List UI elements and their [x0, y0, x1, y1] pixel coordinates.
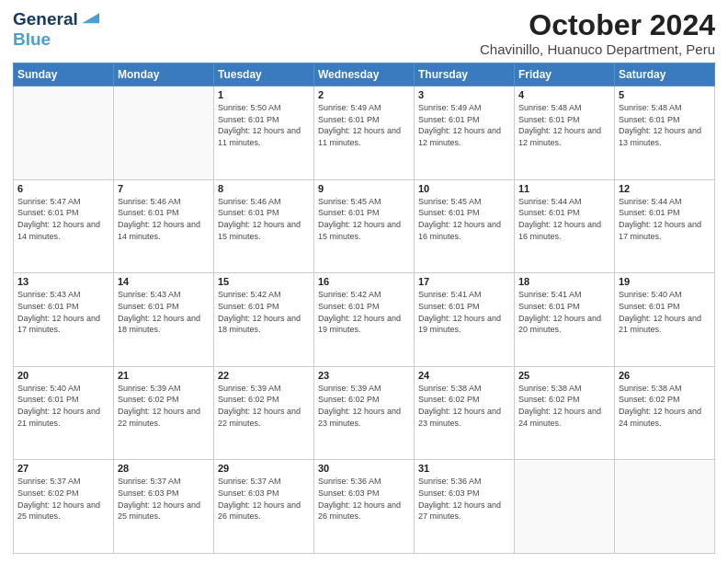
col-sunday: Sunday	[14, 63, 114, 86]
calendar-subtitle: Chavinillo, Huanuco Department, Peru	[480, 41, 715, 57]
day-info: Sunrise: 5:36 AMSunset: 6:03 PMDaylight:…	[318, 476, 410, 522]
table-row: 17Sunrise: 5:41 AMSunset: 6:01 PMDayligh…	[415, 273, 515, 367]
table-row: 3Sunrise: 5:49 AMSunset: 6:01 PMDaylight…	[415, 86, 515, 180]
calendar-header-row: Sunday Monday Tuesday Wednesday Thursday…	[14, 63, 715, 86]
day-info: Sunrise: 5:41 AMSunset: 6:01 PMDaylight:…	[418, 289, 510, 335]
day-info: Sunrise: 5:48 AMSunset: 6:01 PMDaylight:…	[518, 102, 610, 148]
day-number: 6	[17, 183, 109, 194]
day-info: Sunrise: 5:43 AMSunset: 6:01 PMDaylight:…	[17, 289, 109, 335]
day-info: Sunrise: 5:39 AMSunset: 6:02 PMDaylight:…	[318, 383, 410, 429]
table-row: 29Sunrise: 5:37 AMSunset: 6:03 PMDayligh…	[214, 460, 314, 554]
day-info: Sunrise: 5:38 AMSunset: 6:02 PMDaylight:…	[619, 383, 711, 429]
table-row: 11Sunrise: 5:44 AMSunset: 6:01 PMDayligh…	[515, 179, 615, 273]
day-info: Sunrise: 5:48 AMSunset: 6:01 PMDaylight:…	[619, 102, 711, 148]
day-number: 7	[118, 183, 210, 194]
day-info: Sunrise: 5:44 AMSunset: 6:01 PMDaylight:…	[619, 196, 711, 242]
table-row: 14Sunrise: 5:43 AMSunset: 6:01 PMDayligh…	[114, 273, 214, 367]
table-row: 15Sunrise: 5:42 AMSunset: 6:01 PMDayligh…	[214, 273, 314, 367]
day-number: 23	[318, 370, 410, 381]
day-info: Sunrise: 5:45 AMSunset: 6:01 PMDaylight:…	[318, 196, 410, 242]
day-info: Sunrise: 5:40 AMSunset: 6:01 PMDaylight:…	[619, 289, 711, 335]
table-row	[515, 460, 615, 554]
day-number: 13	[17, 276, 109, 287]
day-number: 9	[318, 183, 410, 194]
day-number: 24	[418, 370, 510, 381]
day-info: Sunrise: 5:46 AMSunset: 6:01 PMDaylight:…	[118, 196, 210, 242]
day-info: Sunrise: 5:38 AMSunset: 6:02 PMDaylight:…	[518, 383, 610, 429]
day-number: 14	[118, 276, 210, 287]
table-row: 19Sunrise: 5:40 AMSunset: 6:01 PMDayligh…	[615, 273, 715, 367]
table-row: 4Sunrise: 5:48 AMSunset: 6:01 PMDaylight…	[515, 86, 615, 180]
day-number: 26	[619, 370, 711, 381]
day-number: 2	[318, 89, 410, 100]
title-block: October 2024 Chavinillo, Huanuco Departm…	[480, 9, 715, 57]
day-number: 12	[619, 183, 711, 194]
day-number: 30	[318, 463, 410, 474]
day-number: 10	[418, 183, 510, 194]
col-wednesday: Wednesday	[314, 63, 415, 86]
table-row: 18Sunrise: 5:41 AMSunset: 6:01 PMDayligh…	[515, 273, 615, 367]
day-info: Sunrise: 5:39 AMSunset: 6:02 PMDaylight:…	[218, 383, 310, 429]
table-row: 20Sunrise: 5:40 AMSunset: 6:01 PMDayligh…	[14, 366, 114, 460]
col-monday: Monday	[114, 63, 214, 86]
table-row: 25Sunrise: 5:38 AMSunset: 6:02 PMDayligh…	[515, 366, 615, 460]
day-number: 15	[218, 276, 310, 287]
table-row: 8Sunrise: 5:46 AMSunset: 6:01 PMDaylight…	[214, 179, 314, 273]
table-row: 10Sunrise: 5:45 AMSunset: 6:01 PMDayligh…	[415, 179, 515, 273]
day-number: 3	[418, 89, 510, 100]
logo-icon	[79, 10, 99, 25]
day-number: 20	[17, 370, 109, 381]
day-number: 22	[218, 370, 310, 381]
header: General Blue October 2024 Chavinillo, Hu…	[13, 9, 715, 57]
day-number: 27	[17, 463, 109, 474]
day-info: Sunrise: 5:39 AMSunset: 6:02 PMDaylight:…	[118, 383, 210, 429]
logo-general-text: General	[13, 9, 78, 29]
day-info: Sunrise: 5:40 AMSunset: 6:01 PMDaylight:…	[17, 383, 109, 429]
table-row: 22Sunrise: 5:39 AMSunset: 6:02 PMDayligh…	[214, 366, 314, 460]
table-row: 31Sunrise: 5:36 AMSunset: 6:03 PMDayligh…	[415, 460, 515, 554]
table-row: 21Sunrise: 5:39 AMSunset: 6:02 PMDayligh…	[114, 366, 214, 460]
table-row: 7Sunrise: 5:46 AMSunset: 6:01 PMDaylight…	[114, 179, 214, 273]
table-row: 9Sunrise: 5:45 AMSunset: 6:01 PMDaylight…	[314, 179, 415, 273]
col-tuesday: Tuesday	[214, 63, 314, 86]
day-info: Sunrise: 5:37 AMSunset: 6:03 PMDaylight:…	[218, 476, 310, 522]
day-info: Sunrise: 5:41 AMSunset: 6:01 PMDaylight:…	[518, 289, 610, 335]
calendar-title: October 2024	[480, 9, 715, 41]
table-row	[14, 86, 114, 180]
logo-blue-text: Blue	[13, 29, 51, 49]
day-number: 31	[418, 463, 510, 474]
table-row: 23Sunrise: 5:39 AMSunset: 6:02 PMDayligh…	[314, 366, 415, 460]
day-number: 25	[518, 370, 610, 381]
svg-marker-0	[82, 13, 99, 23]
day-info: Sunrise: 5:37 AMSunset: 6:03 PMDaylight:…	[118, 476, 210, 522]
table-row: 6Sunrise: 5:47 AMSunset: 6:01 PMDaylight…	[14, 179, 114, 273]
col-thursday: Thursday	[415, 63, 515, 86]
table-row: 1Sunrise: 5:50 AMSunset: 6:01 PMDaylight…	[214, 86, 314, 180]
day-number: 11	[518, 183, 610, 194]
table-row: 2Sunrise: 5:49 AMSunset: 6:01 PMDaylight…	[314, 86, 415, 180]
day-info: Sunrise: 5:42 AMSunset: 6:01 PMDaylight:…	[318, 289, 410, 335]
day-number: 21	[118, 370, 210, 381]
table-row: 26Sunrise: 5:38 AMSunset: 6:02 PMDayligh…	[615, 366, 715, 460]
day-info: Sunrise: 5:42 AMSunset: 6:01 PMDaylight:…	[218, 289, 310, 335]
calendar-week-row: 20Sunrise: 5:40 AMSunset: 6:01 PMDayligh…	[14, 366, 715, 460]
day-number: 1	[218, 89, 310, 100]
day-number: 8	[218, 183, 310, 194]
day-number: 28	[118, 463, 210, 474]
day-number: 5	[619, 89, 711, 100]
day-info: Sunrise: 5:36 AMSunset: 6:03 PMDaylight:…	[418, 476, 510, 522]
day-info: Sunrise: 5:37 AMSunset: 6:02 PMDaylight:…	[17, 476, 109, 522]
day-info: Sunrise: 5:49 AMSunset: 6:01 PMDaylight:…	[318, 102, 410, 148]
day-info: Sunrise: 5:45 AMSunset: 6:01 PMDaylight:…	[418, 196, 510, 242]
col-friday: Friday	[515, 63, 615, 86]
day-info: Sunrise: 5:50 AMSunset: 6:01 PMDaylight:…	[218, 102, 310, 148]
calendar-week-row: 1Sunrise: 5:50 AMSunset: 6:01 PMDaylight…	[14, 86, 715, 180]
day-number: 17	[418, 276, 510, 287]
table-row: 12Sunrise: 5:44 AMSunset: 6:01 PMDayligh…	[615, 179, 715, 273]
table-row: 5Sunrise: 5:48 AMSunset: 6:01 PMDaylight…	[615, 86, 715, 180]
day-info: Sunrise: 5:49 AMSunset: 6:01 PMDaylight:…	[418, 102, 510, 148]
table-row: 24Sunrise: 5:38 AMSunset: 6:02 PMDayligh…	[415, 366, 515, 460]
table-row	[114, 86, 214, 180]
day-number: 4	[518, 89, 610, 100]
day-info: Sunrise: 5:43 AMSunset: 6:01 PMDaylight:…	[118, 289, 210, 335]
